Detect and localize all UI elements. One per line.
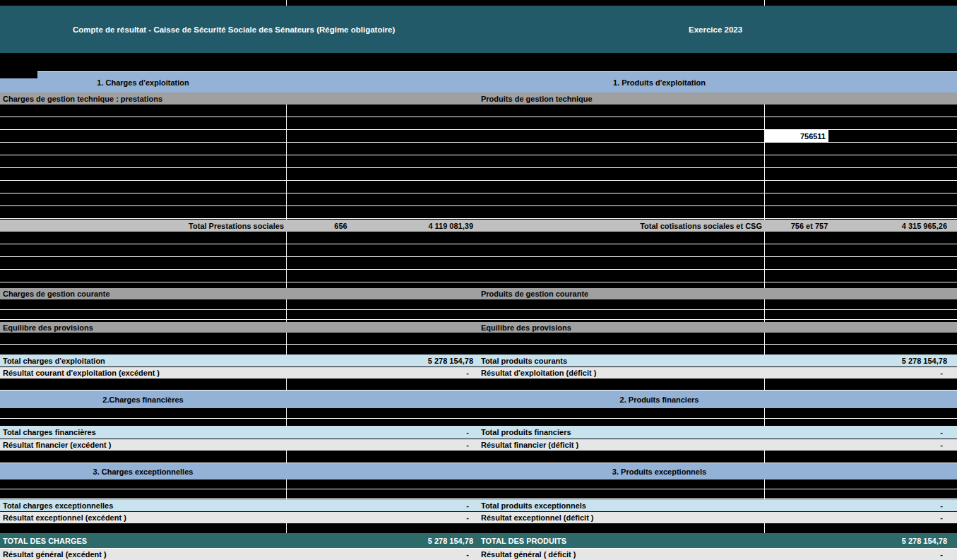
grid-column-border (286, 333, 287, 355)
resultat-exceptionnel-deficit-label: Résultat exceptionnel (déficit ) (477, 512, 764, 523)
spacer-grid (0, 523, 957, 533)
resultat-exceptionnel-excedent-amount: - (396, 512, 477, 523)
result-exceptionnel-row: Résultat exceptionnel (excédent ) - Résu… (0, 512, 957, 523)
result-financier-row: Résultat financier (excédent ) - Résulta… (0, 439, 957, 451)
grid-column-border (286, 408, 287, 426)
total-financier-row: Total charges financières - Total produi… (0, 426, 957, 439)
resultat-general-excedent-label: Résultat général (excédent ) (0, 549, 286, 560)
total-charges-exceptionnelles-label: Total charges exceptionnelles (0, 499, 286, 511)
spacer-row (0, 53, 957, 71)
section-3-charges-title: 3. Charges exceptionnelles (0, 463, 286, 479)
subheader-gestion-technique: Charges de gestion technique : prestatio… (0, 93, 957, 105)
subheader-provisions: Equilibre des provisions Equilibre des p… (0, 322, 957, 333)
total-charges-exceptionnelles-amount: - (396, 499, 477, 511)
grid-column-border (764, 333, 765, 355)
section-1-produits-title: 1. Produits d'exploitation (477, 72, 841, 93)
grid-column-border (764, 408, 765, 426)
detail-grid-empty (0, 232, 957, 288)
grid-column-border (286, 451, 287, 463)
total-charges-exploitation-label: Total charges d'exploitation (0, 355, 286, 367)
grid-column-border (286, 232, 287, 288)
section-3-produits-title: 3. Produits exceptionnels (477, 463, 841, 479)
section-1-header: 1. Charges d'exploitation 1. Produits d'… (0, 71, 957, 93)
total-des-produits-label: TOTAL DES PRODUITS (477, 533, 764, 548)
grid-column-border (286, 479, 287, 499)
total-charges-financieres-amount: - (396, 426, 477, 439)
equilibre-provisions-left-label: Equilibre des provisions (0, 322, 286, 333)
section-2-header: 2.Charges financières 2. Produits financ… (0, 390, 957, 408)
grid-column-border (764, 479, 765, 499)
resultat-courant-exploitation-amount: - (396, 367, 477, 379)
grid-row-border (0, 344, 957, 345)
column-border-tick-left (286, 0, 287, 6)
top-border-strip (0, 0, 957, 6)
produits-gestion-courante-label: Produits de gestion courante (477, 288, 764, 299)
resultat-exceptionnel-deficit-amount: - (855, 512, 957, 523)
section-1-charges-title: 1. Charges d'exploitation (0, 72, 286, 93)
total-exploitation-row: Total charges d'exploitation 5 278 154,7… (0, 355, 957, 367)
grid-column-border (286, 105, 287, 220)
spacer-grid (0, 451, 957, 463)
grid-column-border (764, 105, 765, 220)
total-produits-courants-amount: 5 278 154,78 (855, 355, 957, 367)
grid-column-border (764, 232, 765, 288)
resultat-exploitation-deficit-label: Résultat d'exploitation (déficit ) (477, 367, 764, 379)
resultat-general-deficit-label: Résultat général ( déficit ) (477, 549, 764, 560)
section-3-header: 3. Charges exceptionnelles 3. Produits e… (0, 463, 957, 479)
total-prestations-code: 656 (286, 220, 396, 232)
resultat-financier-excedent-label: Résultat financier (excédent ) (0, 439, 286, 451)
report-header: Compte de résultat - Caisse de Sécurité … (0, 6, 957, 53)
resultat-exploitation-deficit-amount: - (855, 367, 957, 379)
resultat-exceptionnel-excedent-label: Résultat exceptionnel (excédent ) (0, 512, 286, 523)
detail-grid-exceptionnel (0, 479, 957, 499)
resultat-general-excedent-amount: - (396, 549, 477, 560)
total-produits-financiers-amount: - (855, 426, 957, 439)
detail-grid-provisions (0, 333, 957, 355)
report-title: Compte de résultat - Caisse de Sécurité … (73, 6, 395, 53)
subheader-gestion-courante: Charges de gestion courante Produits de … (0, 288, 957, 299)
total-des-produits-amount: 5 278 154,78 (855, 533, 957, 548)
income-statement-sheet: Compte de résultat - Caisse de Sécurité … (0, 0, 957, 560)
resultat-courant-exploitation-label: Résultat courant d'exploitation (excéden… (0, 367, 286, 379)
grid-row-border (0, 498, 957, 499)
total-prestations-label: Total Prestations sociales (0, 220, 286, 232)
total-cotisations-label: Total cotisations sociales et CSG (477, 220, 764, 232)
subtotal-row-prestations: Total Prestations sociales 656 4 119 081… (0, 220, 957, 232)
charges-gestion-courante-label: Charges de gestion courante (0, 288, 286, 299)
detail-grid-courante (0, 299, 957, 322)
grid-row-border (0, 309, 957, 310)
result-exploitation-row: Résultat courant d'exploitation (excéden… (0, 367, 957, 379)
grid-row-border (0, 418, 957, 419)
detail-grid-financier (0, 408, 957, 426)
section-2-produits-title: 2. Produits financiers (477, 391, 841, 408)
produits-gestion-technique-label: Produits de gestion technique (477, 93, 764, 105)
grid-row-border (0, 489, 957, 489)
grid-column-border (286, 523, 287, 533)
total-cotisations-amount: 4 315 965,26 (855, 220, 957, 232)
grid-row-border (0, 319, 957, 320)
resultat-financier-deficit-amount: - (855, 439, 957, 451)
detail-grid-technique: 756511 (0, 105, 957, 220)
total-exceptionnel-row: Total charges exceptionnelles - Total pr… (0, 499, 957, 511)
result-general-row: Résultat général (excédent ) - Résultat … (0, 549, 957, 560)
grid-column-border (764, 379, 765, 390)
resultat-financier-deficit-label: Résultat financier (déficit ) (477, 439, 764, 451)
total-produits-courants-label: Total produits courants (477, 355, 764, 367)
report-exercise: Exercice 2023 (689, 6, 742, 53)
equilibre-provisions-right-label: Equilibre des provisions (477, 322, 764, 333)
total-des-charges-amount: 5 278 154,78 (396, 533, 477, 548)
total-prestations-amount: 4 119 081,39 (396, 220, 477, 232)
grid-column-border (286, 379, 287, 390)
resultat-financier-excedent-amount: - (396, 439, 477, 451)
total-cotisations-code: 756 et 757 (764, 220, 855, 232)
grid-column-border (764, 299, 765, 322)
charges-gestion-technique-label: Charges de gestion technique : prestatio… (0, 93, 286, 105)
resultat-general-deficit-amount: - (855, 549, 957, 560)
active-cell-756511[interactable]: 756511 (765, 130, 828, 142)
total-produits-exceptionnels-label: Total produits exceptionnels (477, 499, 764, 511)
total-charges-financieres-label: Total charges financières (0, 426, 286, 439)
total-des-charges-label: TOTAL DES CHARGES (0, 533, 286, 548)
column-border-tick-right (764, 0, 765, 6)
grid-column-border (764, 451, 765, 463)
grid-column-border (764, 523, 765, 533)
